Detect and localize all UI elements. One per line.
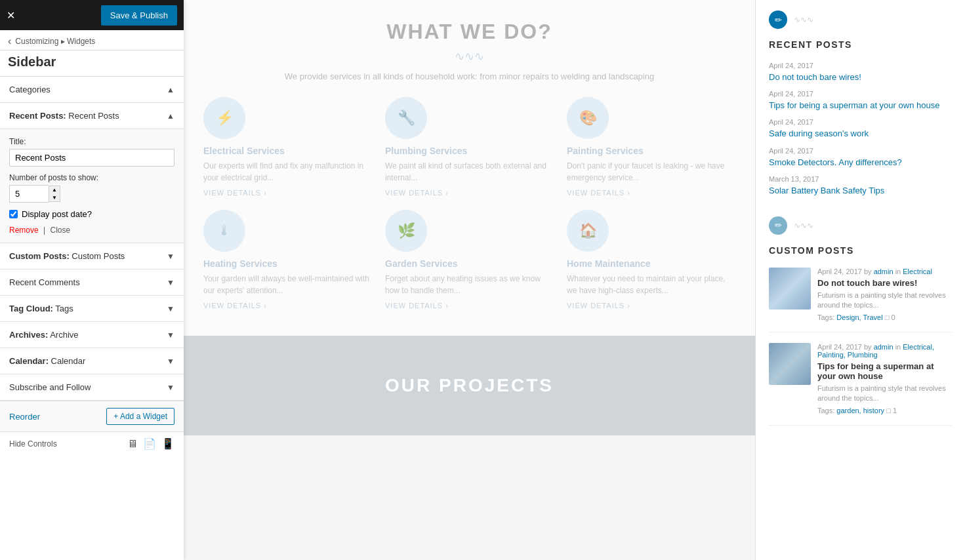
custom-post-tags: Tags: Design, Travel □ 0 [817,313,952,321]
post-link[interactable]: Tips for being a superman at your own ho… [769,100,952,111]
add-widget-button[interactable]: + Add a Widget [106,408,175,425]
widget-tag-cloud-label: Tag Cloud: Tags [9,304,73,313]
chevron-up-icon: ▲ [167,111,175,121]
bottom-actions: Reorder + Add a Widget [0,401,184,431]
tag-link[interactable]: Design, Travel [836,313,882,321]
custom-post-item-1: April 24, 2017 by admin in Electrical Do… [769,268,952,332]
service-name: Home Maintenance [567,258,651,269]
tag-link[interactable]: garden, history [836,407,884,414]
custom-post-title: Do not touch bare wires! [817,278,952,288]
widget-subscribe-follow-header[interactable]: Subscribe and Follow ▼ [0,374,184,400]
display-post-date-label: Display post date? [22,209,92,219]
drag-handle[interactable] [180,0,184,560]
post-entry-5: March 13, 2017 Solar Battery Bank Safety… [769,175,952,197]
meta-line: April 24, 2017 by admin in Electrical, P… [817,343,952,359]
post-link[interactable]: Safe during season's work [769,128,952,140]
services-grid: ⚡ Electrical Services Our experts will f… [203,97,735,310]
post-date: April 24, 2017 [769,90,952,98]
widget-archives-header[interactable]: Archives: Archive ▼ [0,322,184,348]
chevron-down-icon: ▼ [167,304,175,313]
mobile-view-icon[interactable]: 📱 [161,437,175,450]
service-name: Painting Services [567,146,644,156]
left-panel: ✕ Save & Publish ‹ Customizing ▸ Widgets… [0,0,184,560]
back-arrow-icon[interactable]: ‹ [8,35,11,47]
custom-post-excerpt: Futurism is a painting style that revolv… [817,290,952,311]
number-spinners: ▲ ▼ [49,186,60,202]
author-link[interactable]: admin [874,268,893,275]
widget-custom-posts: Custom Posts: Custom Posts ▼ [0,243,184,270]
category-link[interactable]: Electrical [903,268,932,275]
number-field-label: Number of posts to show: [9,173,175,182]
spinner-up-button[interactable]: ▲ [49,186,60,194]
number-input[interactable] [9,185,49,203]
widget-categories-header[interactable]: Categories ▲ [0,77,184,102]
widget-recent-posts: Recent Posts: Recent Posts ▲ Title: Numb… [0,103,184,243]
heating-icon: 🌡 [203,210,245,252]
post-entry-3: April 24, 2017 Safe during season's work [769,118,952,140]
service-desc: We paint all kind of surfaces both exter… [385,160,554,184]
remove-link[interactable]: Remove [9,226,39,235]
widget-calendar-header[interactable]: Calendar: Calendar ▼ [0,348,184,374]
widget-categories: Categories ▲ [0,77,184,103]
widget-recent-comments-header[interactable]: Recent Comments ▼ [0,270,184,295]
service-desc: Your garden will always be well-maintain… [203,273,372,296]
service-desc: Our experts will find and fix any malfun… [203,160,372,184]
service-desc: Whatever you need to maintain at your pl… [567,273,735,296]
post-link[interactable]: Do not touch bare wires! [769,71,952,83]
service-card-painting: 🎨 Painting Services Don't panic if your … [567,97,735,197]
custom-posts-header: ✏ ∿∿∿ [769,216,952,235]
view-details-link[interactable]: VIEW DETAILS › [567,302,630,310]
view-details-link[interactable]: VIEW DETAILS › [567,189,630,197]
author-link[interactable]: admin [874,343,893,351]
view-controls: 🖥 📄 📱 [122,437,175,450]
widget-archives-label: Archives: Archive [9,330,79,340]
widget-recent-comments-label: Recent Comments [9,277,80,287]
chevron-down-icon: ▼ [167,252,175,261]
reorder-link[interactable]: Reorder [9,412,40,422]
spinner-down-button[interactable]: ▼ [49,194,60,202]
service-name: Garden Services [385,258,458,269]
widget-custom-posts-header[interactable]: Custom Posts: Custom Posts ▼ [0,243,184,269]
desktop-view-icon[interactable]: 🖥 [127,438,138,450]
view-details-link[interactable]: VIEW DETAILS › [385,189,449,197]
custom-posts-icon: ✏ [769,216,787,235]
recent-posts-header: ✏ ∿∿∿ [769,10,952,29]
post-entry-1: April 24, 2017 Do not touch bare wires! [769,62,952,83]
remove-close-row: Remove | Close [9,226,175,235]
right-sidebar: ✏ ∿∿∿ RECENT POSTS April 24, 2017 Do not… [755,0,965,560]
custom-post-title: Tips for being a superman at your own ho… [817,361,952,381]
wave-decoration: ∿∿∿ [794,15,952,24]
wave-decoration: ∿∿∿ [794,221,952,230]
custom-post-meta: April 24, 2017 by admin in Electrical, P… [817,343,952,414]
service-card-electrical: ⚡ Electrical Services Our experts will f… [203,97,372,197]
widget-tag-cloud-header[interactable]: Tag Cloud: Tags ▼ [0,296,184,321]
top-bar: ✕ Save & Publish [0,0,184,30]
title-input[interactable] [9,149,175,167]
hide-controls-label[interactable]: Hide Controls [9,439,57,449]
post-link[interactable]: Solar Battery Bank Safety Tips [769,185,952,197]
widget-recent-posts-header[interactable]: Recent Posts: Recent Posts ▲ [0,103,184,129]
save-publish-button[interactable]: Save & Publish [101,5,177,26]
service-desc: Forget about any heating issues as we kn… [385,273,554,296]
what-we-do-section: WHAT WE DO? ∿∿∿ We provide services in a… [184,0,755,336]
close-link[interactable]: Close [51,226,71,235]
tablet-view-icon[interactable]: 📄 [143,437,156,450]
close-icon[interactable]: ✕ [7,9,15,22]
widget-custom-posts-label: Custom Posts: Custom Posts [9,251,125,261]
widget-categories-label: Categories [9,85,51,94]
view-details-link[interactable]: VIEW DETAILS › [203,302,267,310]
electrical-icon: ⚡ [203,97,245,139]
display-post-date-row: Display post date? [9,209,175,219]
post-date: April 24, 2017 [769,62,952,70]
post-link[interactable]: Smoke Detectors. Any differences? [769,157,952,169]
display-post-date-checkbox[interactable] [9,210,18,218]
widget-recent-posts-label: Recent Posts: Recent Posts [9,111,119,121]
thumbnail-image [769,268,811,310]
view-details-link[interactable]: VIEW DETAILS › [385,302,449,310]
view-details-link[interactable]: VIEW DETAILS › [203,189,267,197]
title-field-label: Title: [9,137,175,146]
what-we-do-description: We provide services in all kinds of hous… [203,71,735,81]
post-entry-4: April 24, 2017 Smoke Detectors. Any diff… [769,147,952,169]
chevron-down-icon: ▼ [167,278,175,287]
home-icon: 🏠 [567,210,609,252]
